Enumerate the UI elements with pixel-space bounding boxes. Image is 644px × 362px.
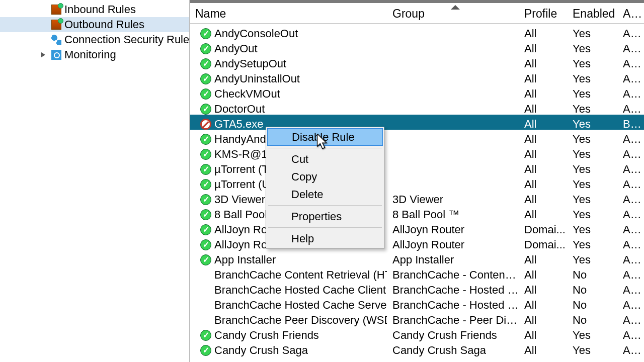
- rule-profile: All: [519, 129, 568, 146]
- rule-action: Allow: [618, 264, 644, 282]
- rule-enabled: Yes: [568, 174, 618, 191]
- rule-group: [387, 180, 519, 185]
- tree-label: Inbound Rules: [64, 3, 136, 16]
- rule-enabled: Yes: [568, 325, 618, 342]
- rule-row[interactable]: AndyConsoleOutAllYesAllow: [190, 24, 644, 39]
- rule-profile: Domai...: [519, 234, 568, 251]
- header-enabled[interactable]: Enabled: [568, 3, 618, 21]
- cm-properties[interactable]: Properties: [267, 208, 383, 225]
- monitoring-icon: [51, 50, 61, 60]
- rule-action: Allow: [618, 68, 644, 85]
- allow-icon: [200, 224, 211, 235]
- rule-group: [387, 60, 519, 64]
- rule-enabled: Yes: [568, 234, 618, 251]
- cm-label: Copy: [291, 170, 317, 184]
- rule-row[interactable]: BranchCache Peer Discovery (WSD-Out)Bran…: [190, 311, 644, 326]
- rule-row[interactable]: AndyUninstallOutAllYesAllow: [190, 69, 644, 84]
- allow-icon: [200, 239, 211, 250]
- rule-action: Allow: [618, 310, 644, 327]
- connection-security-icon: [51, 35, 61, 45]
- rules-list[interactable]: AndyConsoleOutAllYesAllowAndyOutAllYesAl…: [190, 24, 644, 356]
- rule-profile: All: [519, 189, 568, 206]
- tree-inbound-rules[interactable]: Inbound Rules: [0, 2, 189, 17]
- cm-label: Disable Rule: [292, 131, 355, 144]
- rule-row[interactable]: Candy Crush SagaCandy Crush SagaAllYesAl…: [190, 341, 644, 356]
- rule-action: Allow: [618, 83, 644, 101]
- rule-profile: All: [519, 99, 568, 116]
- rule-row[interactable]: CheckVMOutAllYesAllow: [190, 84, 644, 100]
- allow-icon: [200, 330, 211, 341]
- rule-row[interactable]: BranchCache Hosted Cache Server(HTTP...B…: [190, 296, 644, 311]
- rule-profile: All: [519, 159, 568, 176]
- cm-copy[interactable]: Copy: [267, 168, 383, 186]
- rule-profile: All: [519, 144, 568, 161]
- rule-row[interactable]: AndyOutAllYesAllow: [190, 39, 644, 54]
- rule-action: Allow: [618, 204, 644, 221]
- rule-group: [387, 135, 519, 139]
- rule-profile: All: [519, 38, 568, 55]
- rule-action: Allow: [618, 280, 644, 297]
- rule-enabled: Yes: [568, 129, 618, 146]
- rule-profile: All: [519, 264, 568, 282]
- rule-enabled: No: [568, 264, 618, 282]
- rule-action: Allow: [618, 53, 644, 70]
- context-menu: Disable Rule Cut Copy Delete Properties …: [266, 127, 384, 249]
- rule-enabled: Yes: [568, 340, 618, 357]
- rule-enabled: Yes: [568, 53, 618, 70]
- firewall-out-icon: [51, 20, 61, 30]
- rule-enabled: No: [568, 295, 618, 312]
- cm-delete[interactable]: Delete: [267, 186, 383, 203]
- rule-row[interactable]: AllJoyn RouteAllJoyn RouterDomai...YesAl…: [190, 235, 644, 250]
- rule-action: Block: [618, 114, 644, 131]
- tree-outbound-rules[interactable]: Outbound Rules: [0, 17, 189, 32]
- rule-action: Allow: [618, 159, 644, 176]
- rule-row[interactable]: AndySetupOutAllYesAllow: [190, 54, 644, 69]
- cm-cut[interactable]: Cut: [267, 150, 383, 168]
- rule-row[interactable]: BranchCache Hosted Cache Client (HTT...B…: [190, 281, 644, 296]
- rule-profile: All: [519, 249, 568, 266]
- rule-row[interactable]: GTA5.exeAllYesBlock: [190, 115, 644, 130]
- blank-icon: [200, 300, 211, 311]
- rule-profile: All: [519, 325, 568, 342]
- tree-connection-security[interactable]: Connection Security Rules: [0, 32, 189, 47]
- rule-profile: All: [519, 23, 568, 40]
- cm-disable-rule[interactable]: Disable Rule: [267, 128, 383, 146]
- rule-profile: All: [519, 204, 568, 221]
- sort-ascending-icon: [451, 5, 460, 10]
- rule-row[interactable]: 3D Viewer3D ViewerAllYesAllow: [190, 190, 644, 205]
- header-name[interactable]: Name: [190, 3, 387, 21]
- rule-profile: All: [519, 114, 568, 131]
- rule-row[interactable]: DoctorOutAllYesAllow: [190, 100, 644, 115]
- tree-monitoring[interactable]: Monitoring: [0, 47, 189, 62]
- rule-row[interactable]: Candy Crush FriendsCandy Crush FriendsAl…: [190, 326, 644, 341]
- rule-enabled: Yes: [568, 68, 618, 85]
- rule-row[interactable]: µTorrent (TCPAllYesAllow: [190, 160, 644, 175]
- rule-action: Allow: [618, 23, 644, 40]
- allow-icon: [200, 179, 211, 190]
- rule-group: [387, 150, 519, 154]
- rule-action: Allow: [618, 249, 644, 266]
- cm-separator: [268, 148, 382, 148]
- rule-group: [387, 45, 519, 49]
- rule-row[interactable]: BranchCache Content Retrieval (HTTP-O...…: [190, 265, 644, 281]
- allow-icon: [200, 43, 211, 54]
- rule-group: 3D Viewer: [387, 189, 519, 206]
- rule-enabled: Yes: [568, 38, 618, 55]
- firewall-in-icon: [51, 5, 61, 15]
- header-profile[interactable]: Profile: [519, 3, 568, 21]
- cm-label: Help: [291, 232, 314, 245]
- rule-enabled: No: [568, 280, 618, 297]
- rule-group: App Installer: [387, 249, 519, 266]
- rule-row[interactable]: µTorrent (UDPAllYesAllow: [190, 175, 644, 190]
- cm-help[interactable]: Help: [267, 230, 383, 247]
- cm-label: Cut: [291, 153, 308, 166]
- header-action[interactable]: Actio: [618, 3, 644, 21]
- rule-row[interactable]: AllJoyn RouteAllJoyn RouterDomai...YesAl…: [190, 220, 644, 235]
- rule-row[interactable]: HandyAndyOAllYesAllow: [190, 130, 644, 145]
- rule-row[interactable]: KMS-R@1nAllYesAllow: [190, 145, 644, 160]
- rule-row[interactable]: 8 Ball Pool ™8 Ball Pool ™AllYesAllow: [190, 205, 644, 220]
- rule-group: BranchCache - Hosted Cach...: [387, 280, 519, 297]
- expand-icon[interactable]: [41, 52, 45, 57]
- rule-row[interactable]: App InstallerApp InstallerAllYesAllow: [190, 250, 644, 265]
- rule-profile: All: [519, 340, 568, 357]
